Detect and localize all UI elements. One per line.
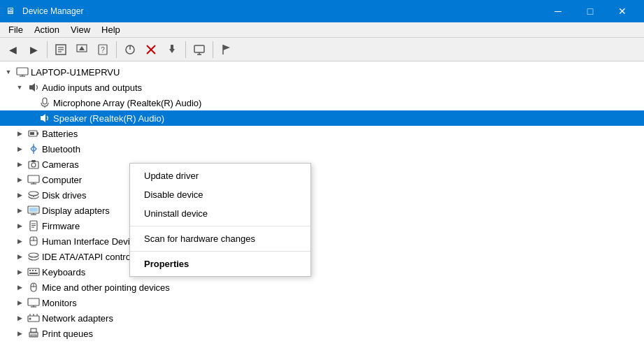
computer-toggle[interactable]: ▶ <box>14 174 25 185</box>
svg-rect-54 <box>29 270 31 271</box>
window-controls: ─ □ ✕ <box>542 0 638 22</box>
menu-action[interactable]: Action <box>29 23 65 36</box>
tree-batteries[interactable]: ▶ Batteries <box>0 126 644 141</box>
flag-button[interactable] <box>217 40 236 59</box>
network-toggle[interactable]: ▶ <box>14 312 25 324</box>
uninstall-icon <box>145 43 157 56</box>
display-label: Display adapters <box>42 206 110 216</box>
svg-point-65 <box>29 318 31 320</box>
properties-icon <box>55 43 67 56</box>
forward-button[interactable]: ▶ <box>24 40 43 59</box>
add-hardware-button[interactable] <box>162 40 182 59</box>
tree-firmware[interactable]: ▶ Firmware <box>0 218 644 233</box>
svg-marker-25 <box>41 114 45 122</box>
root-label: LAPTOP-U1MEPRVU <box>31 67 120 78</box>
svg-rect-61 <box>28 298 39 305</box>
ctx-properties[interactable]: Properties <box>130 254 310 273</box>
main-content: ▼ LAPTOP-U1MEPRVU ▼ Audio inputs and out… <box>0 62 644 353</box>
tree-disk[interactable]: ▶ Disk drives <box>0 187 644 203</box>
hid-toggle[interactable]: ▶ <box>14 236 25 247</box>
uninstall-button[interactable] <box>141 40 161 59</box>
mice-toggle[interactable]: ▶ <box>14 282 25 293</box>
computer-icon <box>16 66 29 78</box>
minimize-button[interactable]: ─ <box>542 0 574 22</box>
monitor-button[interactable] <box>189 40 209 59</box>
back-button[interactable]: ◀ <box>3 40 22 59</box>
disk-toggle[interactable]: ▶ <box>14 189 25 201</box>
device-tree[interactable]: ▼ LAPTOP-U1MEPRVU ▼ Audio inputs and out… <box>0 62 644 353</box>
ctx-separator-1 <box>130 226 310 226</box>
network-icon <box>27 312 40 324</box>
monitor-icon <box>193 43 206 56</box>
svg-marker-5 <box>79 46 85 50</box>
app-icon: 🖥 <box>6 6 17 17</box>
tree-speaker[interactable]: Speaker (Realtek(R) Audio) <box>0 110 644 126</box>
toolbar-separator-2 <box>116 41 117 58</box>
menu-bar: File Action View Help <box>0 22 644 38</box>
scan-hardware-button[interactable] <box>120 40 140 59</box>
bluetooth-icon <box>27 143 40 155</box>
menu-help[interactable]: Help <box>96 23 126 36</box>
tree-keyboards[interactable]: ▶ Keyboards <box>0 264 644 280</box>
display-toggle[interactable]: ▶ <box>14 205 25 216</box>
ide-icon <box>27 250 40 263</box>
batteries-toggle[interactable]: ▶ <box>14 128 25 139</box>
cameras-toggle[interactable]: ▶ <box>14 159 25 170</box>
add-hardware-icon <box>166 43 178 56</box>
svg-rect-31 <box>31 160 36 162</box>
svg-marker-22 <box>29 83 35 92</box>
svg-point-38 <box>33 196 34 197</box>
disk-icon <box>27 189 40 201</box>
toolbar-separator-4 <box>213 41 213 58</box>
tree-bluetooth[interactable]: ▶ Bluetooth <box>0 141 644 157</box>
audio-label: Audio inputs and outputs <box>42 82 142 93</box>
tree-computer[interactable]: ▶ Computer <box>0 172 644 187</box>
computer-tree-icon <box>27 173 40 186</box>
tree-ide[interactable]: ▶ IDE ATA/ATAPI controllers <box>0 249 644 264</box>
firmware-icon <box>27 219 40 232</box>
firmware-toggle[interactable]: ▶ <box>14 220 25 231</box>
tree-hid[interactable]: ▶ Human Interface Devices <box>0 233 644 249</box>
display-icon <box>27 204 40 217</box>
ide-toggle[interactable]: ▶ <box>14 251 25 262</box>
update-driver-button[interactable] <box>72 40 92 59</box>
audio-icon <box>27 81 40 94</box>
svg-rect-13 <box>171 45 173 50</box>
tree-audio[interactable]: ▼ Audio inputs and outputs <box>0 80 644 95</box>
audio-toggle[interactable]: ▼ <box>14 82 25 93</box>
tree-display[interactable]: ▶ Display adapters <box>0 203 644 218</box>
monitors-icon <box>27 296 40 309</box>
svg-rect-56 <box>35 270 36 271</box>
toolbar-separator-1 <box>47 41 48 58</box>
properties-button[interactable] <box>51 40 71 59</box>
menu-view[interactable]: View <box>65 23 96 36</box>
tree-monitors[interactable]: ▶ Monitors <box>0 295 644 310</box>
tree-print[interactable]: ▶ Print queues <box>0 326 644 341</box>
context-menu: Update driver Disable device Uninstall d… <box>129 163 311 277</box>
help-button[interactable]: ? <box>93 40 113 59</box>
print-toggle[interactable]: ▶ <box>14 328 25 339</box>
svg-rect-53 <box>28 268 39 275</box>
ctx-scan[interactable]: Scan for hardware changes <box>130 229 310 248</box>
tree-microphone[interactable]: Microphone Array (Realtek(R) Audio) <box>0 95 644 110</box>
tree-root[interactable]: ▼ LAPTOP-U1MEPRVU <box>0 64 644 80</box>
tree-cameras[interactable]: ▶ Cameras <box>0 157 644 172</box>
monitors-toggle[interactable]: ▶ <box>14 297 25 308</box>
menu-file[interactable]: File <box>3 23 29 36</box>
svg-rect-55 <box>32 270 34 271</box>
tree-network[interactable]: ▶ Network adapters <box>0 310 644 326</box>
ctx-disable-device[interactable]: Disable device <box>130 185 310 204</box>
ctx-separator-2 <box>130 251 310 252</box>
svg-rect-23 <box>43 98 47 104</box>
root-toggle[interactable]: ▼ <box>3 66 14 78</box>
scan-icon <box>124 43 136 56</box>
flag-icon <box>220 43 233 56</box>
ctx-update-driver[interactable]: Update driver <box>130 166 310 185</box>
window-title: Device Manager <box>22 6 542 16</box>
keyboards-toggle[interactable]: ▶ <box>14 266 25 278</box>
bluetooth-toggle[interactable]: ▶ <box>14 143 25 154</box>
ctx-uninstall-device[interactable]: Uninstall device <box>130 204 310 223</box>
close-button[interactable]: ✕ <box>606 0 638 22</box>
tree-mice[interactable]: ▶ Mice and other pointing devices <box>0 280 644 295</box>
maximize-button[interactable]: □ <box>574 0 606 22</box>
